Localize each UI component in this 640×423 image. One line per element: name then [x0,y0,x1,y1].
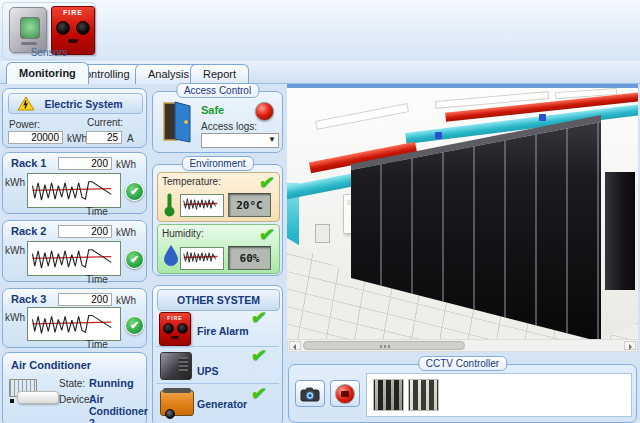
access-status-text: Safe [201,104,224,116]
fire-knob-icon [177,323,188,334]
cctv-thumbnail-2[interactable] [408,379,439,411]
access-logs-dropdown[interactable]: ▼ [201,133,279,148]
humidity-display: 60% [228,246,271,270]
camera-icon [300,386,320,402]
fire-alarm-ok-check-icon: ✔ [250,305,268,330]
fire-knob-icon [163,323,174,334]
fire-knob-icon [56,21,70,35]
electric-system-header[interactable]: Electric System [8,93,143,114]
scroll-right-arrow-icon [629,344,632,350]
humidity-chart [180,247,224,270]
record-button[interactable] [330,380,360,407]
alarm-lamp-icon [255,102,274,121]
rack2-x-axis-label: Time [75,274,119,285]
environment-title: Environment [181,156,253,171]
rack3-status-ok-badge: ✔ [125,316,144,335]
temperature-chart [180,194,224,217]
sensor-screen-icon [20,17,40,39]
ceiling-light [315,103,409,130]
ribbon: FIRE Sensors [0,0,640,62]
thermometer-icon [163,192,176,217]
rack1-title: Rack 1 [11,157,46,169]
rack2-y-axis-label: kWh [5,245,25,256]
rack2-chart-lines [28,242,118,273]
current-label: Current: [87,117,123,128]
rack3-chart [27,307,121,341]
humidity-label: Humidity: [162,228,204,239]
thumb-grip [388,345,390,348]
rack2-title: Rack 2 [11,225,46,237]
temperature-label: Temperature: [162,176,221,187]
ac-device-label: Device: [59,394,92,405]
snapshot-button[interactable] [295,380,325,407]
ups-ok-check-icon: ✔ [250,343,268,368]
ups-icon[interactable] [160,352,192,380]
rack1-limit-input[interactable] [58,157,112,170]
scroll-left-button[interactable] [289,341,301,350]
photo-horizontal-scrollbar[interactable] [287,339,638,352]
rack3-x-axis-label: Time [75,339,119,350]
thumb-grip [384,345,386,348]
rack1-limit-unit: kWh [116,159,136,170]
cable-junction [539,114,546,121]
scroll-left-arrow-icon [293,344,296,350]
ac-device-value: Air Conditioner 2 [89,393,148,423]
tab-strip: Monitoring Controlling Analysis Report [0,61,640,84]
temperature-display: 20°C [228,193,271,217]
water-drop-icon [163,245,179,267]
fire-knob-icon [76,21,90,35]
ups-label: UPS [197,365,219,377]
temperature-ok-check-icon: ✔ [258,170,276,195]
rack3-chart-lines [28,308,118,338]
door-icon [161,101,193,143]
generator-label: Generator [197,398,247,410]
cable-junction [435,132,442,139]
electric-system-panel: Electric System Power: kWh Current: A [2,88,147,148]
scrollbar-thumb[interactable] [303,341,465,350]
scroll-right-button[interactable] [624,341,636,350]
humidity-ok-check-icon: ✔ [258,222,276,247]
temperature-panel: Temperature: ✔ 20°C [157,172,280,222]
power-input[interactable] [8,131,63,144]
datacenter-monitoring-app: FIRE Sensors Monitoring Controlling Anal… [0,0,640,423]
rack3-limit-unit: kWh [116,295,136,306]
sensors-group-label: Sensors [3,47,95,58]
chevron-down-icon: ▼ [268,135,276,144]
temperature-chart-lines [181,195,221,214]
sensor-slot [21,42,37,45]
fire-alarm-label: Fire Alarm [197,325,249,337]
access-control-title: Access Control [176,83,259,98]
rack2-limit-unit: kWh [116,227,136,238]
tab-monitoring[interactable]: Monitoring [6,62,89,84]
cctv-controller-title: CCTV Controller [418,356,507,371]
air-conditioner-panel: Air Conditioner State: Running Device: A… [2,352,147,423]
rack3-y-axis-label: kWh [5,312,25,323]
access-logs-label: Access logs: [201,121,257,132]
fire-alarm-icon[interactable]: FIRE [159,312,191,346]
rack2-chart [27,241,121,276]
air-conditioner-icon [9,379,59,407]
generator-ok-check-icon: ✔ [250,381,268,406]
server-room-photo [287,84,638,342]
rack1-chart [27,173,121,208]
power-unit: kWh [67,133,87,144]
record-icon [335,384,355,404]
cctv-thumbnail-1[interactable] [373,379,404,411]
thumb-grip [380,345,382,348]
generator-icon[interactable] [160,390,194,416]
environment-group: Environment Temperature: ✔ 20°C Humidity… [152,164,283,276]
electric-system-title: Electric System [44,98,122,110]
humidity-panel: Humidity: ✔ 60% [157,224,280,274]
rack2-limit-input[interactable] [58,225,112,238]
fire-label: FIRE [52,9,94,16]
ac-state-label: State: [59,378,85,389]
tab-report[interactable]: Report [190,64,249,84]
current-input[interactable] [86,131,122,144]
rack3-limit-input[interactable] [58,293,112,306]
rack1-panel: Rack 1 kWh kWh ✔ Time [2,152,147,214]
air-conditioner-title: Air Conditioner [11,359,91,371]
power-label: Power: [9,119,40,130]
access-logs-value [202,135,205,146]
access-control-group: Access Control Safe Access logs: ▼ [152,91,283,153]
fire-alarm-icon-label: FIRE [160,315,190,321]
